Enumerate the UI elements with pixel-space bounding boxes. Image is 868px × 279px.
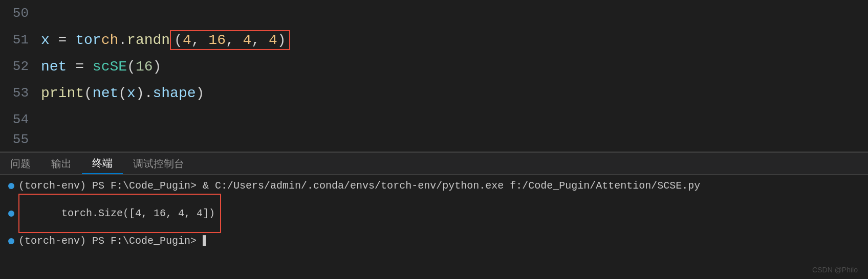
terminal-prompt-1: (torch-env) PS F:\Code_Pugin> [18,180,197,192]
paren-close-2: ) [153,59,161,75]
line-number-54: 54 [0,112,41,127]
var-net: net [41,59,67,75]
editor-area: 50 51 x = torch.randn(4, 16, 4, 4) 52 ne… [0,0,868,151]
scse-arg: 16 [136,59,153,75]
tab-output[interactable]: 输出 [41,153,82,174]
panel-tabs: 问题 输出 终端 调试控制台 [0,152,868,175]
terminal-line-2: torch.Size([4, 16, 4, 4]) [8,194,860,233]
torch-module: tor [75,32,101,48]
terminal-dot-2 [8,211,14,217]
paren-close-3: ) [136,85,144,101]
code-content-51: x = torch.randn(4, 16, 4, 4) [41,30,290,50]
tab-problems[interactable]: 问题 [0,153,41,174]
watermark: CSDN @Philo [812,266,858,274]
line-number-52: 52 [0,59,41,74]
code-line-52: 52 net = scSE ( 16 ) [0,53,868,80]
paren-close-4: ) [196,85,205,101]
terminal-result-text: torch.Size([4, 16, 4, 4]) [61,207,215,219]
terminal-line-3: (torch-env) PS F:\Code_Pugin> ▌ [8,235,860,247]
tab-terminal[interactable]: 终端 [82,153,123,174]
terminal-cursor: ▌ [197,235,209,247]
line-number-53: 53 [0,85,41,101]
arg4: 4 [269,32,277,48]
paren-open: ( [174,32,183,48]
terminal-result-box: torch.Size([4, 16, 4, 4]) [18,194,221,233]
code-content-52: net = scSE ( 16 ) [41,59,161,75]
terminal-prompt-3: (torch-env) PS F:\Code_Pugin> [18,235,197,247]
arg3: 4 [243,32,252,48]
arg2: 16 [208,32,226,48]
terminal-area: (torch-env) PS F:\Code_Pugin> & C:/Users… [0,175,868,279]
code-line-50: 50 [0,0,868,27]
code-content-53: print ( net ( x ) . shape ) [41,85,204,101]
torch-module-2: ch [101,32,119,48]
x-ref: x [127,85,136,101]
code-line-51: 51 x = torch.randn(4, 16, 4, 4) [0,27,868,53]
var-x: x [41,32,50,48]
equals-sign: = [50,32,75,48]
paren-open-4: ( [118,85,127,101]
terminal-dot-1 [8,183,14,189]
print-func: print [41,85,84,101]
shape-attr: shape [153,85,196,101]
paren-open-3: ( [84,85,93,101]
scse-class: scSE [93,59,127,75]
dot1: . [118,32,127,48]
paren-open-2: ( [127,59,136,75]
line-number-50: 50 [0,6,41,21]
dot2: . [144,85,153,101]
paren-close: ) [277,32,286,48]
comma1: , [191,32,209,48]
terminal-cmd-1: & C:/Users/admin/.conda/envs/torch-env/p… [197,180,700,192]
randn-func: randn [127,32,170,48]
terminal-dot-3 [8,238,14,244]
equals-sign-2: = [67,59,92,75]
terminal-line-1: (torch-env) PS F:\Code_Pugin> & C:/Users… [8,180,860,192]
net-ref: net [93,85,118,101]
arg1: 4 [183,32,191,48]
tab-debug-console[interactable]: 调试控制台 [123,153,194,174]
code-line-53: 53 print ( net ( x ) . shape ) [0,80,868,106]
comma2: , [226,32,243,48]
randn-args-box: (4, 16, 4, 4) [170,30,290,50]
code-line-54: 54 [0,106,868,133]
code-line-55: 55 [0,133,868,146]
line-number-55: 55 [0,132,41,147]
line-number-51: 51 [0,32,41,48]
comma3: , [251,32,269,48]
